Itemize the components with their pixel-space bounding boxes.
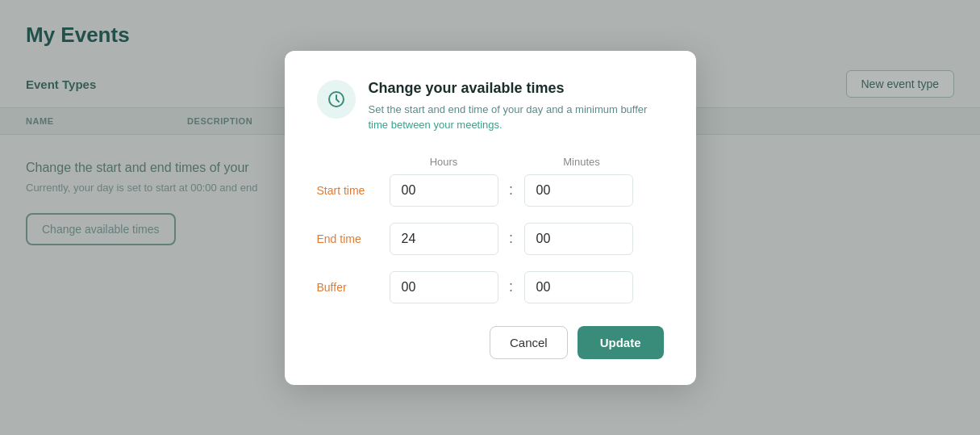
- start-time-hours-input[interactable]: [390, 174, 498, 207]
- cancel-button[interactable]: Cancel: [490, 326, 568, 359]
- column-headers: Hours Minutes: [390, 156, 664, 168]
- modal-header: Change your available times Set the star…: [317, 80, 664, 133]
- buffer-label: Buffer: [317, 281, 390, 294]
- update-button[interactable]: Update: [578, 326, 664, 359]
- subtitle-link[interactable]: time between your meetings.: [369, 119, 503, 131]
- col-header-hours: Hours: [390, 156, 498, 168]
- time-separator-2: :: [505, 230, 518, 247]
- end-time-minutes-input[interactable]: [524, 223, 633, 255]
- subtitle-part1: Set the start and end time of your day a…: [369, 103, 648, 115]
- start-time-row: Start time :: [317, 174, 664, 207]
- col-header-minutes: Minutes: [528, 156, 636, 168]
- end-time-hours-input[interactable]: [390, 223, 498, 255]
- modal-dialog: Change your available times Set the star…: [285, 51, 696, 385]
- buffer-minutes-input[interactable]: [524, 271, 633, 303]
- buffer-inputs: :: [390, 271, 664, 303]
- start-time-minutes-input[interactable]: [524, 174, 633, 207]
- start-time-inputs: :: [390, 174, 664, 207]
- time-separator-3: :: [505, 278, 518, 295]
- end-time-label: End time: [317, 232, 390, 245]
- end-time-row: End time :: [317, 223, 664, 255]
- start-time-label: Start time: [317, 184, 390, 197]
- buffer-row: Buffer :: [317, 271, 664, 303]
- subtitle-part2: time between your meetings.: [369, 119, 503, 131]
- time-form: Start time : End time : Buffer: [317, 174, 664, 303]
- end-time-inputs: :: [390, 223, 664, 255]
- time-separator-1: :: [505, 182, 518, 199]
- buffer-hours-input[interactable]: [390, 271, 498, 303]
- modal-title: Change your available times: [369, 80, 648, 97]
- modal-icon-bg: [317, 80, 356, 119]
- clock-icon: [327, 90, 346, 109]
- modal-header-text: Change your available times Set the star…: [369, 80, 648, 133]
- modal-overlay: Change your available times Set the star…: [0, 0, 980, 435]
- modal-actions: Cancel Update: [317, 326, 664, 359]
- modal-subtitle: Set the start and end time of your day a…: [369, 102, 648, 133]
